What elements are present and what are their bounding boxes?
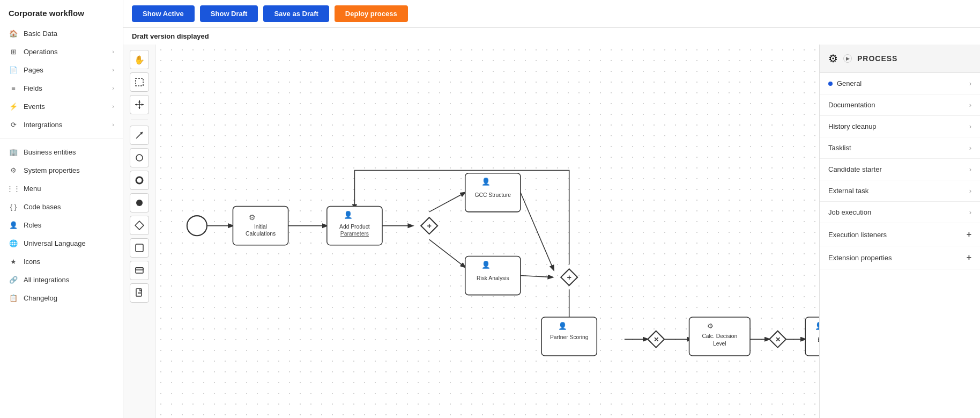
sidebar-label-code-bases: Code bases [24,203,61,211]
integrations-icon: ⟳ [9,120,18,129]
svg-marker-6 [142,104,144,106]
sidebar-item-integrations[interactable]: ⟳ Intergrations › [0,115,123,134]
svg-text:👤: 👤 [558,321,567,331]
save-draft-button[interactable]: Save as Draft [263,5,329,22]
sidebar: Corporate workflow 🏠 Basic Data ⊞ Operat… [0,0,123,418]
select-tool[interactable] [130,72,149,92]
panel-item-extension-properties[interactable]: Extension properties + [820,246,980,269]
panel-item-execution-listeners[interactable]: Execution listeners + [820,223,980,246]
hand-tool[interactable]: ✋ [130,50,149,69]
svg-text:Calculations: Calculations [246,231,276,237]
svg-rect-13 [136,244,143,252]
svg-marker-5 [135,104,137,106]
tools-panel: ✋ [123,45,155,418]
svg-marker-12 [135,221,144,230]
sidebar-label-changelog: Changelog [24,294,57,302]
documentation-chevron: › [969,101,971,109]
right-panel-header: ⚙ ▶ PROCESS [820,45,980,73]
panel-label-general: General [837,79,862,87]
draft-version-label: Draft version displayed [123,28,980,45]
svg-text:Calc. Decision: Calc. Decision [702,333,737,339]
execution-listeners-plus[interactable]: + [967,230,971,239]
panel-item-tasklist[interactable]: Tasklist › [820,137,980,159]
svg-marker-3 [138,100,140,102]
svg-marker-4 [138,107,140,109]
sidebar-item-icons[interactable]: ★ Icons [0,252,123,270]
square-tool[interactable] [130,238,149,258]
chevron-icon: › [112,48,114,55]
svg-text:GCC Structure: GCC Structure [475,192,511,198]
general-chevron: › [969,79,971,87]
sidebar-label-integrations: Intergrations [24,121,62,129]
panel-item-job-execution[interactable]: Job execution › [820,202,980,223]
sidebar-item-pages[interactable]: 📄 Pages › [0,61,123,79]
sidebar-item-events[interactable]: ⚡ Events › [0,97,123,115]
all-integrations-icon: 🔗 [9,275,18,284]
toolbar: Show Active Show Draft Save as Draft Dep… [123,0,980,28]
panel-item-history-cleanup[interactable]: History cleanup › [820,116,980,137]
sidebar-item-menu[interactable]: ⋮⋮ Menu [0,179,123,197]
right-panel: ⚙ ▶ PROCESS General › Documentation › Hi… [819,45,980,418]
app-title: Corporate workflow [0,0,123,24]
circle-empty-tool[interactable] [130,148,149,167]
sidebar-item-basic-data[interactable]: 🏠 Basic Data [0,24,123,42]
sidebar-item-code-bases[interactable]: { } Code bases [0,197,123,216]
circle-thick-tool[interactable] [130,171,149,190]
sidebar-label-universal-language: Universal Language [24,239,86,247]
chevron-icon: › [112,121,114,128]
tasklist-chevron: › [969,144,971,152]
chevron-icon: › [112,85,114,91]
sidebar-item-fields[interactable]: ≡ Fields › [0,79,123,97]
deploy-process-button[interactable]: Deploy process [335,5,408,22]
sidebar-item-all-integrations[interactable]: 🔗 All integrations [0,270,123,289]
panel-item-candidate-starter[interactable]: Candidate starter › [820,159,980,180]
sidebar-item-operations[interactable]: ⊞ Operations › [0,42,123,61]
sidebar-label-operations: Operations [24,48,58,56]
tool-divider [131,120,148,120]
panel-label-history-cleanup: History cleanup [828,122,877,130]
history-cleanup-chevron: › [969,122,971,130]
fields-icon: ≡ [9,83,18,93]
sidebar-label-menu: Menu [24,185,41,193]
move-tool[interactable] [130,95,149,114]
doc-tool[interactable] [130,283,149,303]
panel-label-external-task: External task [828,187,868,195]
svg-text:Add Product: Add Product [339,224,370,230]
extension-properties-plus[interactable]: + [967,253,971,262]
language-icon: 🌐 [9,238,18,248]
svg-point-9 [136,155,143,161]
svg-text:Level: Level [713,341,726,347]
diamond-tool[interactable] [130,216,149,235]
sidebar-item-system-properties[interactable]: ⚙ System properties [0,161,123,179]
svg-rect-15 [136,268,143,270]
circle-filled-tool[interactable] [130,193,149,212]
svg-text:✕: ✕ [775,336,781,343]
svg-text:Risk Analysis: Risk Analysis [477,275,509,281]
candidate-starter-chevron: › [969,165,971,173]
sidebar-item-roles[interactable]: 👤 Roles [0,216,123,234]
sidebar-label-business-entities: Business entities [24,148,76,156]
panel-item-general[interactable]: General › [820,73,980,94]
panel-item-documentation[interactable]: Documentation › [820,94,980,116]
svg-text:+: + [427,222,431,230]
panel-label-tasklist: Tasklist [828,144,851,152]
arrow-tool[interactable] [130,126,149,145]
show-draft-button[interactable]: Show Draft [200,5,258,22]
svg-line-25 [521,276,553,277]
sidebar-item-universal-language[interactable]: 🌐 Universal Language [0,234,123,252]
svg-line-23 [429,239,465,267]
code-icon: { } [9,202,18,211]
sidebar-item-business-entities[interactable]: 🏢 Business entities [0,143,123,161]
svg-point-11 [136,200,143,206]
rect-inner-tool[interactable] [130,261,149,280]
svg-text:👤: 👤 [815,321,820,331]
chevron-icon: › [112,67,114,73]
svg-text:Board A: Board A [818,337,819,343]
show-active-button[interactable]: Show Active [132,5,195,22]
sidebar-item-changelog[interactable]: 📋 Changelog [0,289,123,307]
events-icon: ⚡ [9,101,18,111]
panel-item-external-task[interactable]: External task › [820,180,980,202]
bpmn-canvas[interactable]: ⚙ Initial Calculations 👤 Add Product Par… [155,45,819,418]
job-execution-chevron: › [969,208,971,216]
panel-label-candidate-starter: Candidate starter [828,165,882,173]
